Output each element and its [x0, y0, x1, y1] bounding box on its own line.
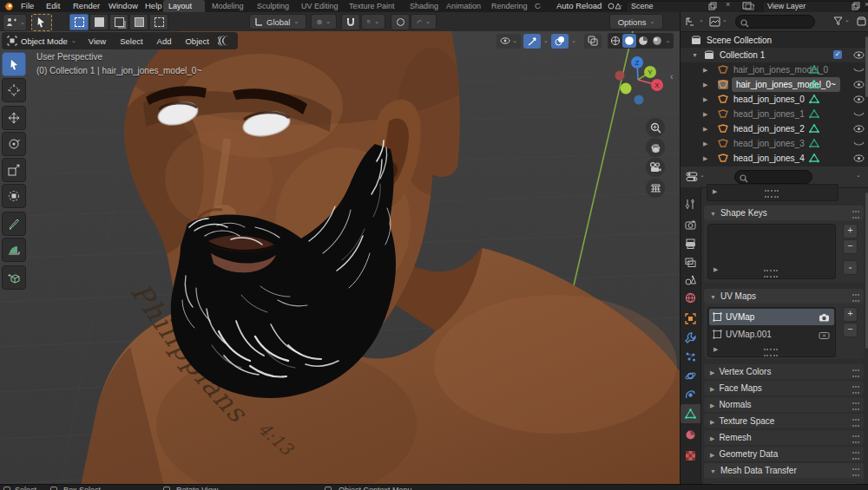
panel-geometry-data[interactable]: ▶Geometry Data [704, 447, 864, 461]
tab-physics[interactable] [681, 366, 700, 385]
select-mode-extend[interactable] [89, 14, 108, 30]
outliner-row-mesh[interactable]: ▶ head_jon_jones_0 [681, 92, 868, 107]
outliner-row-scene-collection[interactable]: Scene Collection [681, 33, 868, 48]
uv-map-add-button[interactable]: + [843, 307, 858, 322]
panel-drag-grip[interactable] [852, 452, 859, 460]
select-mode-intersect[interactable] [149, 14, 168, 30]
uv-map-row[interactable]: UVMap.001 [709, 326, 834, 343]
camera-render-on-icon[interactable] [819, 313, 830, 322]
uv-map-remove-button[interactable]: − [843, 323, 858, 337]
tab-modeling[interactable]: Modeling [207, 0, 249, 12]
axis-neg-z[interactable] [635, 95, 644, 105]
pivot-point-dropdown[interactable]: ⌄ [311, 14, 337, 29]
shape-key-add-button[interactable]: + [843, 224, 858, 238]
select-mode-subtract[interactable] [109, 14, 128, 30]
gizmo-toggle[interactable] [523, 34, 541, 49]
tab-particles[interactable] [681, 347, 700, 366]
shape-key-remove-button[interactable]: − [843, 239, 858, 254]
outliner-row-mesh[interactable]: ▶ head_jon_jones_2 [681, 121, 868, 136]
panel-vertex-colors[interactable]: ▶Vertex Colors [704, 364, 864, 379]
eye-closed-icon[interactable] [853, 141, 865, 147]
editor-type-button[interactable]: ⌄ [3, 14, 27, 31]
tab-texture[interactable] [681, 446, 700, 465]
outliner-row-mesh[interactable]: ▶ head_jon_jones_3 [681, 136, 868, 151]
tab-rendering[interactable]: Rendering [486, 0, 533, 12]
eye-open-icon[interactable] [853, 125, 865, 133]
panel-face-maps[interactable]: ▶Face Maps [704, 381, 864, 395]
overlays-toggle[interactable] [551, 34, 569, 49]
tab-constraints[interactable] [681, 385, 700, 404]
3d-viewport[interactable]: Philippians 4:13 [0, 31, 680, 484]
outliner-row-mesh-selected[interactable]: ▶ hair_jon_jones_model_0~ [681, 77, 868, 92]
shading-rendered-button[interactable] [650, 34, 664, 48]
panel-remesh[interactable]: ▶Remesh [704, 430, 864, 445]
viewport-menu-object[interactable]: Object [178, 36, 215, 46]
properties-editor-icon[interactable] [686, 172, 698, 181]
tab-scene[interactable] [681, 271, 700, 290]
collection-checkbox[interactable]: ✓ [833, 50, 842, 59]
display-mode-icon[interactable] [709, 16, 720, 27]
pan-button[interactable] [646, 138, 665, 157]
tab-render[interactable] [681, 215, 700, 234]
gizmo-dropdown[interactable]: ⌄ [543, 37, 549, 44]
filter-icon[interactable] [833, 16, 843, 26]
tab-uv-editing[interactable]: UV Editing [296, 0, 344, 12]
xray-toggle[interactable] [584, 34, 602, 49]
snap-toggle[interactable] [341, 14, 360, 30]
remove-view-layer-button[interactable]: × [865, 0, 868, 9]
proportional-editing-toggle[interactable] [391, 14, 410, 30]
orthographic-toggle-button[interactable] [646, 179, 665, 198]
scene-selector[interactable]: Scene [626, 1, 742, 13]
tab-modifiers[interactable] [681, 328, 700, 347]
panel-normals[interactable]: ▶Normals [704, 397, 864, 412]
tab-world[interactable] [681, 288, 700, 307]
snap-target-dropdown[interactable]: ⌄ [361, 14, 385, 29]
falloff-dropdown[interactable]: ⌄ [411, 14, 437, 29]
list-filter-expand[interactable]: ▶ [713, 188, 717, 195]
viewport-menu-select[interactable]: Select [113, 36, 149, 46]
camera-render-off-icon[interactable] [819, 330, 830, 339]
tool-annotate[interactable] [2, 212, 26, 236]
menu-file[interactable]: File [21, 1, 34, 10]
tool-transform[interactable] [2, 184, 26, 208]
outliner-row-mesh[interactable]: ▶ head_jon_jones_4 [681, 151, 868, 166]
shading-dropdown[interactable]: ⌄ [666, 37, 671, 48]
menu-window[interactable]: Window [108, 1, 138, 10]
tab-sculpting[interactable]: Sculpting [252, 0, 294, 12]
tool-measure[interactable] [2, 238, 26, 262]
panel-drag-grip[interactable] [852, 294, 859, 302]
camera-view-button[interactable] [646, 158, 665, 177]
panel-shape-keys-header[interactable]: ▼Shape Keys [704, 206, 864, 220]
list-resize-grip[interactable] [765, 190, 779, 198]
outliner-editor-icon[interactable] [686, 16, 698, 27]
tab-material[interactable] [681, 425, 700, 444]
tool-rotate[interactable] [2, 132, 26, 156]
overlays-dropdown[interactable]: ⌄ [571, 37, 576, 44]
shading-solid-button[interactable] [622, 34, 636, 48]
eye-open-icon[interactable] [853, 154, 865, 162]
shading-wireframe-button[interactable] [608, 34, 622, 48]
tab-view-layer[interactable] [681, 253, 700, 272]
list-resize-grip[interactable] [764, 349, 778, 356]
auto-reload-toggle[interactable]: Auto Reload [556, 1, 602, 10]
new-view-layer-icon[interactable] [852, 2, 860, 10]
crescent-moons-icon[interactable] [218, 35, 232, 47]
view-layer-icon[interactable] [742, 2, 756, 10]
panel-drag-grip[interactable] [852, 386, 859, 394]
list-filter-expand[interactable]: ▶ [713, 346, 718, 353]
eye-open-icon[interactable] [853, 51, 865, 59]
tab-object[interactable] [681, 309, 700, 328]
properties-search[interactable] [734, 170, 812, 184]
region-collapse-arrow[interactable]: ‹ [670, 71, 674, 82]
tab-shading[interactable]: Shading [404, 0, 444, 12]
tab-texture-paint[interactable]: Texture Paint [344, 0, 400, 12]
viewport-menu-add[interactable]: Add [150, 36, 179, 46]
select-mode-set[interactable] [69, 14, 89, 30]
outliner-row-mesh[interactable]: ▶ head_jon_jones_1 [681, 107, 868, 121]
outliner-search[interactable] [735, 15, 815, 29]
outliner-row-mesh[interactable]: ▶ hair_jon_jones_model_0 [681, 62, 868, 77]
panel-drag-grip[interactable] [852, 419, 859, 427]
shape-keys-list[interactable]: ▶ [707, 224, 836, 279]
tab-object-data[interactable] [681, 404, 700, 423]
zoom-button[interactable] [646, 118, 665, 137]
